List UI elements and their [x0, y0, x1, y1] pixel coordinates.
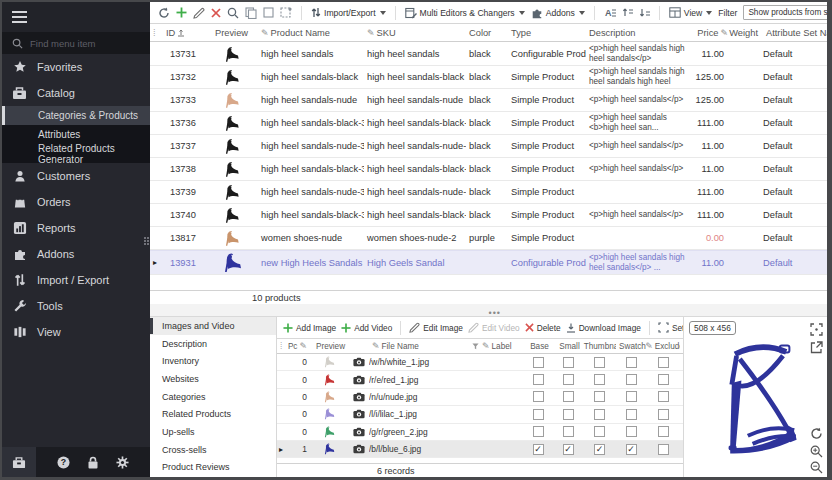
collapse-rows-button[interactable]	[639, 7, 650, 18]
image-row[interactable]: 0/r/e/red_1.jpg	[277, 371, 683, 388]
exclude-checkbox[interactable]	[658, 426, 669, 437]
category-filter-select[interactable]: Show products from selected categories	[743, 5, 827, 20]
column-price[interactable]: Price✎	[686, 28, 728, 38]
sidebar-item-import-export[interactable]: Import / Export	[2, 267, 150, 293]
tab-images-and-video[interactable]: Images and Video	[150, 317, 276, 335]
swatch-checkbox[interactable]	[626, 391, 637, 402]
add-video-button[interactable]: Add Video	[341, 323, 392, 333]
sidebar-item-related-products-generator[interactable]: Related Products Generator	[2, 144, 150, 163]
small-checkbox[interactable]	[563, 426, 574, 437]
column-description[interactable]: Description	[586, 28, 686, 38]
tab-related-products[interactable]: Related Products	[150, 405, 276, 423]
product-row-13737[interactable]: 13737high heel sandals-nude-36high heel …	[150, 135, 827, 158]
tab-description[interactable]: Description	[150, 335, 276, 353]
product-row-13739[interactable]: 13739high heel sandals-nude-37high heel …	[150, 181, 827, 204]
refresh-button[interactable]	[158, 7, 170, 19]
exclude-checkbox[interactable]	[658, 444, 669, 455]
thumbnail-checkbox[interactable]	[594, 426, 605, 437]
column-sku[interactable]: ✎SKU	[364, 28, 466, 38]
base-checkbox[interactable]	[533, 426, 544, 437]
swatch-checkbox[interactable]	[626, 426, 637, 437]
column-id[interactable]: ID	[160, 28, 202, 38]
zoom-in-button[interactable]	[810, 445, 823, 458]
refresh-image-button[interactable]	[810, 427, 823, 440]
exclude-checkbox[interactable]	[658, 374, 669, 385]
swatch-checkbox[interactable]: ✓	[626, 444, 637, 455]
sidebar-item-addons[interactable]: Addons	[2, 241, 150, 267]
settings-button[interactable]	[116, 456, 129, 469]
auto-size-columns-button[interactable]: A	[604, 7, 616, 18]
tab-cross-sells[interactable]: Cross-sells	[150, 441, 276, 459]
horizontal-splitter[interactable]: •••	[150, 304, 827, 317]
import-export-menu[interactable]: Import/Export	[311, 7, 386, 18]
swatch-checkbox[interactable]	[626, 409, 637, 420]
set-resize-rule-button[interactable]: Set Resize Rule	[658, 322, 683, 333]
base-checkbox[interactable]	[533, 391, 544, 402]
edit-product-button[interactable]	[193, 7, 205, 19]
exclude-checkbox[interactable]	[658, 391, 669, 402]
download-image-button[interactable]: Download Image	[566, 323, 641, 333]
column-thumbnail[interactable]: Thumbna	[583, 342, 616, 351]
sidebar-item-view[interactable]: View	[2, 319, 150, 345]
thumbnail-checkbox[interactable]: ✓	[594, 444, 605, 455]
addons-menu[interactable]: Addons	[531, 7, 585, 19]
product-row-13740[interactable]: 13740high heel sandals-black-38high heel…	[150, 204, 827, 227]
copy-button[interactable]	[245, 7, 257, 19]
image-row[interactable]: 0/w/h/white_1.jpg	[277, 354, 683, 371]
column-label[interactable]: ✎Label	[479, 341, 523, 351]
multi-editors-menu[interactable]: Multi Editors & Changers	[405, 7, 525, 19]
base-checkbox[interactable]	[533, 409, 544, 420]
product-row-13732[interactable]: 13732high heel sandals-blackhigh heel sa…	[150, 66, 827, 89]
column-weight[interactable]: Weight	[728, 28, 760, 38]
open-external-button[interactable]	[810, 341, 823, 354]
tab-up-sells[interactable]: Up-sells	[150, 423, 276, 441]
filter-applied-icon[interactable]	[469, 343, 479, 350]
base-checkbox[interactable]	[533, 374, 544, 385]
product-row-13817[interactable]: 13817women shoes-nudewomen shoes-nude-2p…	[150, 227, 827, 250]
small-checkbox[interactable]	[563, 409, 574, 420]
image-row[interactable]: ▸1/b/l/blue_6.jpg✓✓✓✓	[277, 441, 683, 458]
sidebar-item-catalog[interactable]: Catalog	[2, 80, 150, 106]
thumbnail-checkbox[interactable]	[594, 357, 605, 368]
sidebar-search-input[interactable]	[30, 38, 130, 49]
sidebar-item-favorites[interactable]: Favorites	[2, 54, 150, 80]
search-products-button[interactable]	[227, 7, 239, 19]
small-checkbox[interactable]	[563, 357, 574, 368]
column-small[interactable]: Small	[553, 342, 583, 351]
sidebar-item-orders[interactable]: Orders	[2, 189, 150, 215]
product-row-13738[interactable]: 13738high heel sandals-black-37high heel…	[150, 158, 827, 181]
view-menu[interactable]: View	[669, 7, 712, 18]
edit-image-button[interactable]: Edit Image	[409, 322, 463, 333]
column-base[interactable]: Base	[523, 342, 553, 351]
swatch-checkbox[interactable]	[626, 357, 637, 368]
exclude-checkbox[interactable]	[658, 357, 669, 368]
select-button[interactable]	[263, 7, 274, 18]
zoom-out-button[interactable]	[810, 461, 823, 474]
sidebar-item-attributes[interactable]: Attributes	[2, 125, 150, 144]
small-checkbox[interactable]: ✓	[563, 444, 574, 455]
column-exclude[interactable]: ✎Exclude	[646, 341, 680, 351]
thumbnail-checkbox[interactable]	[594, 391, 605, 402]
column-position[interactable]: Pc✎	[287, 341, 309, 351]
product-row-13731[interactable]: 13731high heel sandalshigh heel sandalsb…	[150, 43, 827, 66]
exclude-checkbox[interactable]	[658, 409, 669, 420]
add-image-button[interactable]: Add Image	[283, 323, 336, 333]
column-type[interactable]: Type	[508, 28, 586, 38]
lock-button[interactable]	[87, 456, 99, 469]
expand-rows-button[interactable]	[622, 7, 633, 18]
image-row[interactable]: 0/g/r/green_2.jpg	[277, 424, 683, 441]
base-checkbox[interactable]: ✓	[533, 444, 544, 455]
sidebar-search[interactable]	[2, 32, 150, 54]
small-checkbox[interactable]	[563, 391, 574, 402]
thumbnail-checkbox[interactable]	[594, 374, 605, 385]
tab-product-reviews[interactable]: Product Reviews	[150, 459, 276, 477]
small-checkbox[interactable]	[563, 374, 574, 385]
column-attribute-set[interactable]: Attribute Set Name	[760, 28, 827, 38]
tab-categories[interactable]: Categories	[150, 388, 276, 406]
column-color[interactable]: Color	[466, 28, 508, 38]
product-row-13931[interactable]: ▸13931new High Heels SandalsHigh Geels S…	[150, 250, 827, 275]
delete-product-button[interactable]	[211, 8, 221, 18]
base-checkbox[interactable]	[533, 357, 544, 368]
fit-to-window-button[interactable]	[810, 323, 823, 336]
image-row[interactable]: 0/l/i/lilac_1.jpg	[277, 406, 683, 423]
